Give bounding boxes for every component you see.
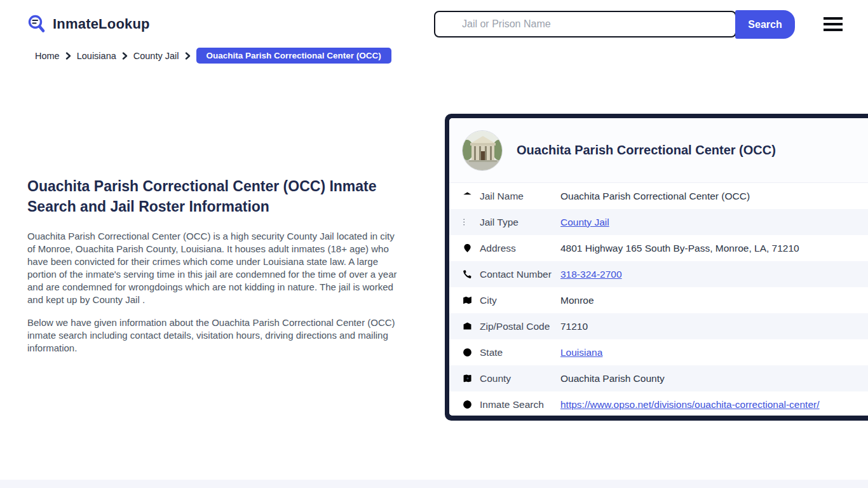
brand-name: InmateLookup [53,16,150,32]
chevron-right-icon [122,52,128,60]
row-label: County [480,373,560,384]
breadcrumb-home[interactable]: Home [35,51,60,61]
chevron-right-icon [185,52,191,60]
page-title: Ouachita Parish Correctional Center (OCC… [27,176,403,217]
bank-icon [462,191,473,201]
info-paragraph: Below we have given information about th… [27,316,403,355]
row-label: State [480,347,560,358]
search-bar: Search [434,10,795,39]
row-label: Contact Number [480,269,560,280]
search-button[interactable]: Search [735,10,795,39]
table-row-county: County Ouachita Parish County [449,365,868,391]
menu-hamburger-icon[interactable] [824,17,843,31]
jail-name-value: Ouachita Parish Correctional Center (OCC… [560,191,750,202]
table-row-state: State Louisiana [449,339,868,365]
table-row-zip: Zip/Postal Code 71210 [449,313,868,339]
county-value: Ouachita Parish County [560,373,665,384]
zip-value: 71210 [560,321,588,332]
contact-number-link[interactable]: 318-324-2700 [560,269,622,280]
breadcrumb: Home Louisiana County Jail Ouachita Pari… [35,48,391,64]
footer-strip [0,480,868,488]
facility-card-header: Ouachita Parish Correctional Center (OCC… [449,118,868,183]
table-row-contact: Contact Number 318-324-2700 [449,261,868,287]
jail-type-link[interactable]: County Jail [560,217,609,228]
row-label: City [480,295,560,306]
row-label: Jail Name [480,191,560,202]
row-label: Address [480,243,560,254]
table-row-inmate-search: Inmate Search https://www.opso.net/divis… [449,391,868,416]
breadcrumb-current: Ouachita Parish Correctional Center (OCC… [196,48,391,64]
web-globe-icon [462,399,473,410]
map-icon [462,295,473,306]
table-row-jail-type: Jail Type County Jail [449,209,868,235]
chevron-right-icon [65,52,71,60]
city-value: Monroe [560,295,594,306]
breadcrumb-county-jail[interactable]: County Jail [133,51,179,61]
row-label: Inmate Search [480,399,560,410]
location-pin-icon [462,243,473,254]
facility-photo [462,130,503,171]
search-input[interactable] [434,11,736,37]
county-map-icon [462,373,473,384]
table-row-address: Address 4801 Highway 165 South By-Pass, … [449,235,868,261]
phone-icon [462,269,473,280]
address-value: 4801 Highway 165 South By-Pass, Monroe, … [560,243,799,254]
inmate-search-link[interactable]: https://www.opso.net/divisions/ouachita-… [560,399,820,410]
envelope-icon [462,321,473,332]
facility-title: Ouachita Parish Correctional Center (OCC… [517,143,776,158]
brand-logo[interactable]: InmateLookup [27,14,150,34]
row-label: Zip/Postal Code [480,321,560,332]
inmatelookup-logo-icon [27,14,47,34]
article: Ouachita Parish Correctional Center (OCC… [27,176,403,365]
table-row-jail-name: Jail Name Ouachita Parish Correctional C… [449,183,868,209]
list-icon [462,217,473,227]
state-link[interactable]: Louisiana [560,347,602,358]
breadcrumb-louisiana[interactable]: Louisiana [77,51,116,61]
facility-card: Ouachita Parish Correctional Center (OCC… [445,114,868,421]
row-label: Jail Type [480,217,560,228]
globe-icon [462,347,473,358]
intro-paragraph: Ouachita Parish Correctional Center (OCC… [27,230,403,306]
table-row-city: City Monroe [449,287,868,313]
